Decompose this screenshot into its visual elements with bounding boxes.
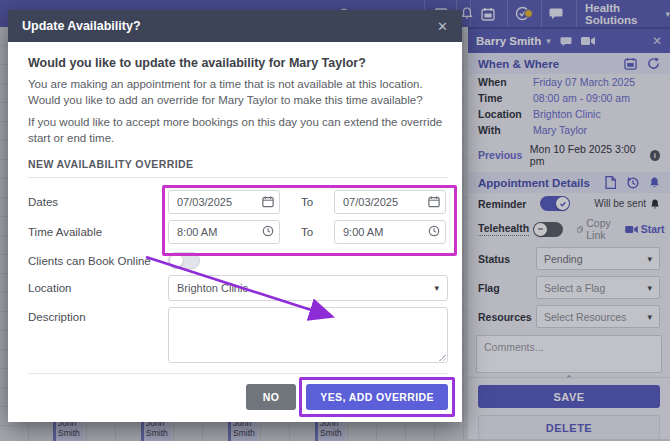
location-select[interactable]: Brighton Clinic ▾ — [168, 275, 448, 301]
location-row: Location Brighton Clinic ▾ — [28, 275, 448, 301]
modal-footer: NO YES, ADD OVERRIDE — [28, 373, 448, 410]
description-textarea[interactable] — [168, 307, 448, 363]
book-online-row: Clients can Book Online — [28, 252, 448, 269]
date-from-field[interactable] — [168, 190, 280, 214]
modal-body: Would you like to update the availabilit… — [8, 42, 462, 422]
clock-icon — [428, 225, 440, 237]
description-row: Description — [28, 307, 448, 363]
calendar-icon — [262, 195, 274, 208]
time-from-field[interactable] — [168, 220, 280, 244]
modal-paragraph: You are making an appointment for a time… — [28, 77, 448, 108]
calendar-icon — [428, 195, 440, 208]
modal-title: Update Availability? — [22, 19, 141, 33]
modal-paragraph: If you would like to accept more booking… — [28, 115, 448, 146]
resize-handle[interactable] — [439, 354, 446, 361]
app-root: Quick Search Health Solutions ▾ — [0, 0, 670, 441]
dates-row: Dates To — [28, 190, 448, 214]
update-availability-modal: Update Availability? ✕ Would you like to… — [8, 10, 462, 422]
modal-question: Would you like to update the availabilit… — [28, 56, 448, 70]
override-fields-group: Dates To — [28, 190, 448, 244]
time-row: Time Available To — [28, 220, 448, 244]
no-button[interactable]: NO — [246, 384, 297, 410]
caret-down-icon: ▾ — [434, 283, 439, 293]
close-icon[interactable]: ✕ — [437, 19, 448, 34]
modal-header: Update Availability? ✕ — [8, 10, 462, 42]
override-section-label: NEW AVAILABILITY OVERRIDE — [28, 158, 448, 178]
clock-icon — [262, 225, 274, 237]
book-online-toggle[interactable] — [168, 252, 200, 269]
date-to-field[interactable] — [334, 190, 446, 214]
yes-add-override-button[interactable]: YES, ADD OVERRIDE — [306, 384, 448, 410]
time-to-field[interactable] — [334, 220, 446, 244]
